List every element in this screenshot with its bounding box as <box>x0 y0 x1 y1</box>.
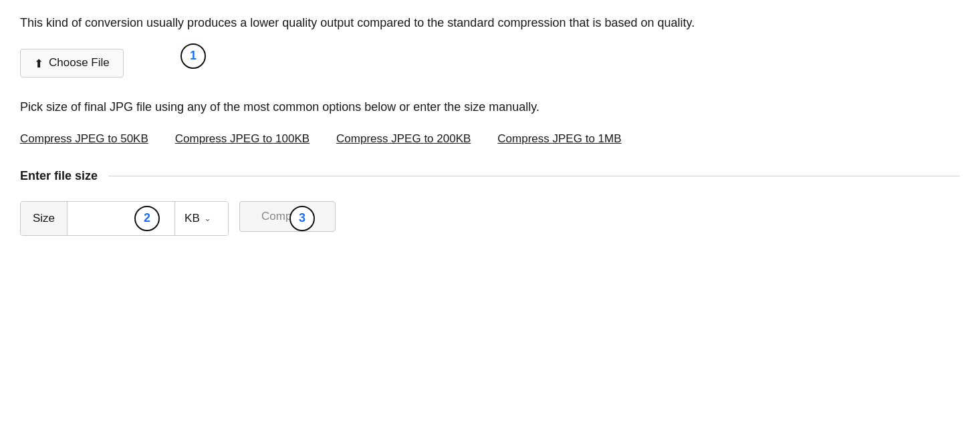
intro-text-block: This kind of conversion usually produces… <box>20 13 960 33</box>
size-input[interactable] <box>68 202 174 231</box>
choose-file-button[interactable]: ⬆ Choose File <box>20 49 124 78</box>
choose-file-label: Choose File <box>49 56 110 69</box>
compress-link-1mb[interactable]: Compress JPEG to 1MB <box>497 130 621 148</box>
compress-link-100kb[interactable]: Compress JPEG to 100KB <box>175 130 310 148</box>
pick-size-text: Pick size of final JPG file using any of… <box>20 98 960 117</box>
upload-icon: ⬆ <box>34 57 43 71</box>
file-size-section: Enter file size Size 2 KB ⌄ Compress 3 <box>20 167 960 236</box>
compress-button-label: Compress <box>261 210 313 223</box>
size-label: Size <box>21 202 68 235</box>
annotation-circle-1: 1 <box>180 43 206 69</box>
choose-file-area: ⬆ Choose File 1 <box>20 49 960 78</box>
file-size-row: Size 2 KB ⌄ Compress 3 <box>20 201 960 236</box>
compress-button[interactable]: Compress <box>239 201 335 232</box>
compress-link-50kb[interactable]: Compress JPEG to 50KB <box>20 130 148 148</box>
unit-label: KB <box>185 210 200 227</box>
file-size-heading: Enter file size <box>20 167 960 185</box>
unit-select[interactable]: KB ⌄ <box>174 202 228 235</box>
compress-link-200kb[interactable]: Compress JPEG to 200KB <box>336 130 471 148</box>
intro-text: This kind of conversion usually produces… <box>20 13 960 33</box>
size-input-group: Size 2 KB ⌄ <box>20 201 229 236</box>
chevron-down-icon: ⌄ <box>204 212 211 225</box>
compress-links-group: Compress JPEG to 50KB Compress JPEG to 1… <box>20 130 960 148</box>
